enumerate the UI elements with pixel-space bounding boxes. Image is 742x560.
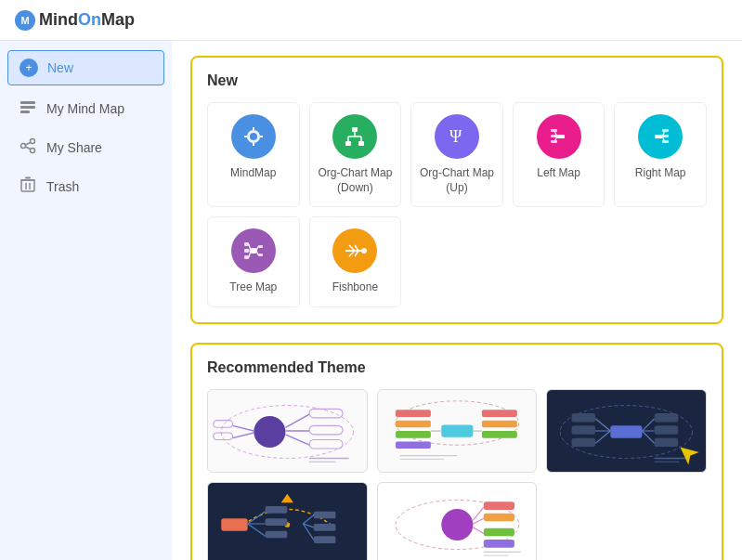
my-mind-map-icon xyxy=(19,98,37,119)
svg-line-92 xyxy=(595,431,610,443)
svg-point-58 xyxy=(361,248,367,254)
svg-line-48 xyxy=(249,251,251,257)
svg-rect-77 xyxy=(396,431,431,438)
theme-item-1[interactable] xyxy=(207,389,368,473)
svg-rect-19 xyxy=(352,127,358,132)
svg-rect-105 xyxy=(266,506,288,514)
svg-point-60 xyxy=(254,416,285,448)
svg-line-94 xyxy=(643,419,655,431)
svg-rect-8 xyxy=(21,180,34,191)
map-item-org-chart-up[interactable]: Ψ Org-Chart Map (Up) xyxy=(410,102,503,207)
svg-rect-42 xyxy=(251,248,256,254)
svg-rect-1 xyxy=(20,106,35,109)
svg-rect-21 xyxy=(358,141,364,146)
theme-grid-top: ➤ xyxy=(207,389,707,473)
map-item-tree-map[interactable]: Tree Map xyxy=(207,216,300,307)
main-layout: + New My Mind Map xyxy=(0,41,742,560)
empty-cell-1 xyxy=(410,216,503,307)
svg-rect-110 xyxy=(314,512,336,519)
svg-rect-38 xyxy=(662,140,669,143)
svg-rect-111 xyxy=(314,524,336,531)
svg-line-121 xyxy=(473,518,483,524)
svg-line-108 xyxy=(248,524,266,536)
svg-point-118 xyxy=(441,509,473,540)
trash-icon xyxy=(19,176,37,197)
svg-rect-76 xyxy=(396,420,431,427)
svg-rect-112 xyxy=(314,536,336,543)
svg-rect-28 xyxy=(557,135,565,138)
svg-rect-120 xyxy=(483,501,514,510)
recommended-theme-title: Recommended Theme xyxy=(207,359,707,376)
svg-line-67 xyxy=(233,425,254,431)
svg-line-69 xyxy=(233,433,254,438)
svg-rect-66 xyxy=(309,439,343,448)
svg-rect-87 xyxy=(611,425,643,437)
svg-rect-43 xyxy=(244,242,249,246)
svg-line-119 xyxy=(473,507,483,520)
svg-point-4 xyxy=(21,144,26,149)
my-share-icon xyxy=(19,137,37,158)
map-item-left-map[interactable]: Left Map xyxy=(513,102,605,207)
svg-rect-95 xyxy=(655,413,679,422)
theme-item-3[interactable]: ➤ xyxy=(546,389,707,473)
new-section-box: New MindMap xyxy=(190,56,723,324)
svg-line-65 xyxy=(285,435,309,445)
svg-line-104 xyxy=(248,512,266,524)
svg-rect-103 xyxy=(221,518,247,530)
theme-item-4[interactable] xyxy=(207,482,368,560)
svg-rect-64 xyxy=(309,425,343,434)
theme-item-2[interactable] xyxy=(377,389,538,473)
svg-rect-80 xyxy=(482,420,517,427)
fishbone-icon xyxy=(332,228,377,273)
mindmap-label: MindMap xyxy=(230,166,276,181)
right-map-label: Right Map xyxy=(635,166,686,181)
map-item-right-map[interactable]: Right Map xyxy=(614,102,707,207)
svg-rect-107 xyxy=(266,518,288,526)
sidebar-item-label-my-share: My Share xyxy=(46,140,102,155)
svg-rect-44 xyxy=(244,249,249,253)
logo-text-map: Map xyxy=(101,10,135,30)
svg-rect-78 xyxy=(396,441,431,449)
map-item-mindmap[interactable]: MindMap xyxy=(207,102,300,207)
org-chart-up-icon: Ψ xyxy=(435,114,479,159)
svg-rect-89 xyxy=(572,413,596,422)
svg-line-51 xyxy=(256,247,258,252)
svg-point-14 xyxy=(250,133,257,140)
svg-rect-50 xyxy=(258,254,263,256)
sidebar-item-my-mind-map[interactable]: My Mind Map xyxy=(0,89,172,128)
svg-point-59 xyxy=(221,405,353,458)
svg-rect-122 xyxy=(483,513,514,521)
logo-icon: M xyxy=(15,10,35,31)
svg-line-61 xyxy=(285,414,309,427)
svg-line-52 xyxy=(256,251,258,255)
sidebar-item-new[interactable]: + New xyxy=(7,50,164,85)
map-grid-row1: MindMap xyxy=(207,102,707,207)
theme-item-5[interactable] xyxy=(377,482,538,560)
map-item-fishbone[interactable]: Fishbone xyxy=(309,216,402,307)
svg-rect-91 xyxy=(572,425,596,434)
map-item-org-chart-down[interactable]: Org-Chart Map(Down) xyxy=(309,102,402,207)
sidebar-item-trash[interactable]: Trash xyxy=(0,167,172,206)
recommended-theme-section: Recommended Theme xyxy=(190,343,723,560)
sidebar: + New My Mind Map xyxy=(0,41,172,560)
svg-rect-45 xyxy=(244,255,249,259)
sidebar-item-my-share[interactable]: My Share xyxy=(0,128,172,167)
fishbone-label: Fishbone xyxy=(332,280,378,295)
svg-rect-109 xyxy=(266,530,288,538)
svg-point-5 xyxy=(31,149,35,153)
svg-rect-99 xyxy=(655,437,679,446)
svg-rect-20 xyxy=(345,141,351,146)
svg-rect-2 xyxy=(20,111,30,113)
svg-rect-49 xyxy=(258,245,263,248)
svg-line-115 xyxy=(303,524,313,540)
svg-line-6 xyxy=(26,143,31,146)
svg-line-46 xyxy=(249,244,251,251)
org-chart-down-icon xyxy=(332,114,377,159)
left-map-icon xyxy=(537,114,581,159)
sidebar-item-label-trash: Trash xyxy=(46,179,79,194)
logo-text-mind: Mind xyxy=(39,10,78,30)
theme-grid-bottom xyxy=(207,482,707,560)
sidebar-item-label-my-mind-map: My Mind Map xyxy=(46,101,124,116)
svg-rect-0 xyxy=(20,101,35,104)
svg-marker-116 xyxy=(281,494,293,502)
